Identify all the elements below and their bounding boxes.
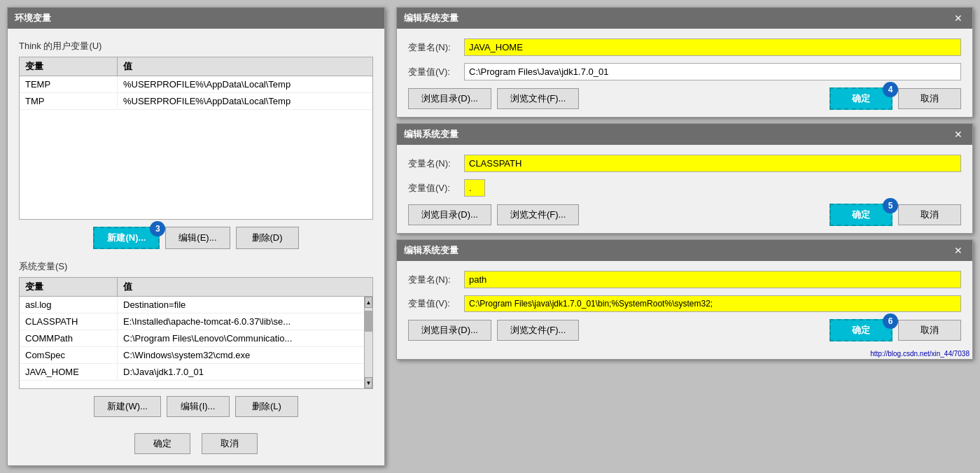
dialog3-val-input[interactable] [464,295,961,312]
right-panels: 编辑系统变量 ✕ 变量名(N): 变量值(V): 浏览目录(D)... 浏览文件… [396,7,973,466]
badge-4: 4 [883,82,898,97]
dialog3-ok-container: 确定 6 [830,319,892,341]
dialog1-cancel-button[interactable]: 取消 [898,88,961,109]
dialog3-title: 编辑系统变量 [404,244,458,257]
dialog3-browse-file-button[interactable]: 浏览文件(F)... [497,320,579,341]
sys-var-name: asl.log [20,297,118,313]
dialog2-btns-right: 确定 5 取消 [830,204,961,226]
new-sys-button[interactable]: 新建(W)... [94,396,161,417]
delete-sys-button[interactable]: 删除(L) [235,396,298,417]
dialog3-val-row: 变量值(V): [408,295,961,312]
user-var-name: TEMP [20,76,118,92]
sys-var-name: CLASSPATH [20,313,118,330]
new-user-btn-container: 新建(N)... 3 [93,227,160,249]
dialog2-name-label: 变量名(N): [408,157,457,170]
system-btn-row: 新建(W)... 编辑(I)... 删除(L) [19,396,373,417]
dialog3-val-label: 变量值(V): [408,297,457,310]
table-row[interactable]: JAVA_HOME D:\Java\jdk1.7.0_01 [20,364,364,381]
dialog3-btns-left: 浏览目录(D)... 浏览文件(F)... [408,320,579,341]
dialog3-name-label: 变量名(N): [408,274,457,286]
dialog1-btns: 浏览目录(D)... 浏览文件(F)... 确定 4 取消 [408,87,961,110]
user-variables-table: 变量 值 TEMP %USERPROFILE%\AppData\Local\Te… [19,57,373,220]
dialog2-name-input[interactable] [464,155,961,172]
dialog3-close-button[interactable]: ✕ [951,245,965,256]
dialog2-btns-left: 浏览目录(D)... 浏览文件(F)... [408,204,579,225]
table-row[interactable]: COMMPath C:\Program Files\Lenovo\Communi… [20,330,364,347]
user-section-label: Think 的用户变量(U) [19,40,373,52]
table-row[interactable]: ComSpec C:\Windows\system32\cmd.exe [20,347,364,364]
dialog2-titlebar: 编辑系统变量 ✕ [397,124,972,145]
sys-var-val: D:\Java\jdk1.7.0_01 [118,364,364,380]
dialog2-name-row: 变量名(N): [408,155,961,172]
system-table-header: 变量 值 [20,278,372,297]
user-var-name: TMP [20,93,118,109]
table-row[interactable]: asl.log Destination=file [20,297,364,313]
user-table-header: 变量 值 [20,57,372,76]
system-col-var: 变量 [20,278,118,296]
user-btn-row: 新建(N)... 3 编辑(E)... 删除(D) [19,227,373,249]
dialog1-btns-left: 浏览目录(D)... 浏览文件(F)... [408,88,579,109]
dialog1-close-button[interactable]: ✕ [951,13,965,24]
dialog3-cancel-button[interactable]: 取消 [898,320,961,341]
user-table-body: TEMP %USERPROFILE%\AppData\Local\Temp TM… [20,76,372,219]
system-table-body: asl.log Destination=file CLASSPATH E:\In… [20,297,364,388]
dialog3-name-row: 变量名(N): [408,271,961,288]
scroll-up-arrow[interactable]: ▲ [365,297,372,308]
dialog1-ok-container: 确定 4 [830,87,892,110]
dialog2-close-button[interactable]: ✕ [951,129,965,140]
sys-var-name: COMMPath [20,330,118,346]
env-ok-button[interactable]: 确定 [134,433,190,454]
dialog2-val-input[interactable] [464,179,485,197]
dialog2-browse-dir-button[interactable]: 浏览目录(D)... [408,204,491,225]
scroll-down-arrow[interactable]: ▼ [365,377,372,388]
system-section-label: 系统变量(S) [19,260,373,273]
system-table-scrollbar[interactable]: ▲ ▼ [364,297,372,388]
env-window-titlebar: 环境变量 [8,8,384,29]
dialog1-val-input[interactable] [464,63,961,80]
dialog2-browse-file-button[interactable]: 浏览文件(F)... [497,204,579,225]
env-variables-window: 环境变量 Think 的用户变量(U) 变量 值 TEMP %USERPROFI… [7,7,385,466]
edit-dialog-java-home: 编辑系统变量 ✕ 变量名(N): 变量值(V): 浏览目录(D)... 浏览文件… [396,7,973,118]
env-cancel-button[interactable]: 取消 [202,433,258,454]
edit-dialog-path: 编辑系统变量 ✕ 变量名(N): 变量值(V): 浏览目录(D)... 浏览文件… [396,239,973,360]
table-row[interactable]: TEMP %USERPROFILE%\AppData\Local\Temp [20,76,372,93]
dialog3-name-input[interactable] [464,271,961,288]
sys-var-name: ComSpec [20,347,118,363]
dialog1-browse-dir-button[interactable]: 浏览目录(D)... [408,88,491,109]
watermark: http://blog.csdn.net/xin_44/7038 [397,348,972,359]
dialog1-title: 编辑系统变量 [404,12,458,24]
dialog2-val-row: 变量值(V): [408,179,961,197]
system-variables-table: 变量 值 asl.log Destination=file CLASSPATH … [19,277,373,389]
user-col-val: 值 [118,57,372,76]
edit-sys-button[interactable]: 编辑(I)... [167,396,230,417]
dialog2-cancel-button[interactable]: 取消 [898,204,961,225]
env-window-body: Think 的用户变量(U) 变量 值 TEMP %USERPROFILE%\A… [8,29,384,465]
badge-6: 6 [883,313,898,329]
dialog1-name-label: 变量名(N): [408,41,457,54]
dialog3-body: 变量名(N): 变量值(V): 浏览目录(D)... 浏览文件(F)... 确定… [397,261,972,348]
delete-user-button[interactable]: 删除(D) [236,227,299,249]
dialog3-btns-right: 确定 6 取消 [830,319,961,341]
badge-5: 5 [883,198,898,213]
dialog1-name-input[interactable] [464,38,961,56]
dialog1-val-row: 变量值(V): [408,63,961,80]
edit-dialog-classpath: 编辑系统变量 ✕ 变量名(N): 变量值(V): 浏览目录(D)... 浏览文件… [396,123,973,234]
sys-var-val: C:\Program Files\Lenovo\Communicatio... [118,330,364,346]
table-row[interactable]: CLASSPATH E:\Installed\apache-tomcat-6.0… [20,313,364,330]
system-var-section: 系统变量(S) 变量 值 asl.log Destination=file [19,260,373,422]
dialog1-browse-file-button[interactable]: 浏览文件(F)... [497,88,579,109]
dialog1-body: 变量名(N): 变量值(V): 浏览目录(D)... 浏览文件(F)... 确定… [397,29,972,117]
dialog3-btns: 浏览目录(D)... 浏览文件(F)... 确定 6 取消 [408,319,961,341]
table-row[interactable]: TMP %USERPROFILE%\AppData\Local\Temp [20,93,372,110]
system-table-with-scroll: asl.log Destination=file CLASSPATH E:\In… [20,297,372,388]
scroll-thumb[interactable] [365,311,372,332]
user-col-var: 变量 [20,57,118,76]
edit-user-button[interactable]: 编辑(E)... [165,227,230,249]
user-var-val: %USERPROFILE%\AppData\Local\Temp [118,93,372,109]
dialog3-titlebar: 编辑系统变量 ✕ [397,240,972,261]
user-var-val: %USERPROFILE%\AppData\Local\Temp [118,76,372,92]
sys-var-val: C:\Windows\system32\cmd.exe [118,347,364,363]
env-bottom-btns: 确定 取消 [19,433,373,454]
system-col-val: 值 [118,278,372,296]
dialog3-browse-dir-button[interactable]: 浏览目录(D)... [408,320,491,341]
